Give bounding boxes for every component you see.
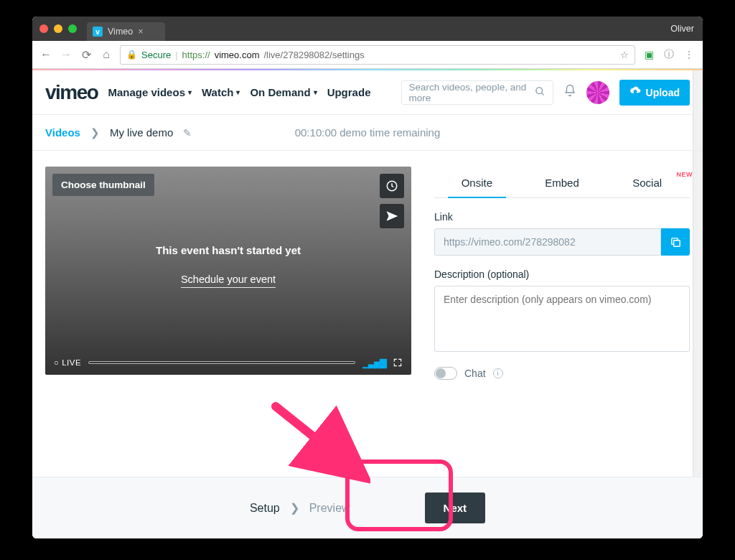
search-placeholder: Search videos, people, and more [409,82,535,103]
page-title: My live demo [110,126,173,139]
chat-label: Chat [464,368,486,379]
extension-icon[interactable]: ▣ [642,49,655,60]
wizard-footer: Setup ❯ Preview Next [32,477,703,538]
close-window-button[interactable] [39,24,48,33]
nav-on-demand[interactable]: On Demand ▾ [250,86,317,98]
step-preview: Preview [309,502,350,515]
search-input[interactable]: Search videos, people, and more [401,80,553,105]
vimeo-header: vimeo Manage videos ▾ Watch ▾ On Demand … [32,70,703,115]
tab-embed[interactable]: Embed [520,169,605,197]
chrome-profile-name[interactable]: Oliver [670,24,694,34]
chevron-down-icon: ▾ [236,88,240,96]
chevron-right-icon: ❯ [90,126,100,139]
schedule-event-link[interactable]: Schedule your event [181,274,276,288]
page-body: vimeo Manage videos ▾ Watch ▾ On Demand … [32,70,703,538]
description-label: Description (optional) [434,269,690,280]
vimeo-logo[interactable]: vimeo [45,81,98,104]
browser-toolbar: ← → ⟳ ⌂ 🔒 Secure | https://vimeo.com/liv… [32,41,703,69]
chevron-right-icon: ❯ [290,501,299,515]
progress-bar[interactable] [88,361,355,364]
url-host: vimeo.com [215,50,260,60]
window-titlebar: v Vimeo × Oliver [32,17,703,41]
settings-tabs: Onsite Embed Social NEW [434,169,690,198]
fullscreen-icon[interactable] [393,358,403,368]
copy-link-button[interactable] [661,228,690,256]
tab-social[interactable]: Social NEW [604,169,690,197]
home-button[interactable]: ⌂ [100,48,113,61]
url-protocol: https:// [182,50,210,60]
chrome-menu-icon[interactable]: ⋮ [683,49,696,60]
svg-line-1 [541,93,543,95]
link-input[interactable] [434,228,661,256]
traffic-lights [39,24,77,33]
browser-window: v Vimeo × Oliver ← → ⟳ ⌂ 🔒 Secure | http… [32,17,703,538]
tab-onsite[interactable]: Onsite [434,169,520,197]
send-icon[interactable] [380,204,404,228]
minimize-window-button[interactable] [54,24,62,33]
link-label: Link [434,211,690,223]
chat-toggle[interactable] [434,367,457,380]
event-not-started-message: This event hasn't started yet [45,244,411,256]
url-path: /live/278298082/settings [263,50,364,60]
step-setup: Setup [250,502,280,515]
maximize-window-button[interactable] [68,24,77,33]
settings-panel: Onsite Embed Social NEW Link Description… [434,167,690,380]
chevron-down-icon: ▾ [188,88,192,96]
page-info-icon[interactable]: ⓘ [663,48,675,61]
video-preview: Choose thumbnail This event hasn't start… [45,167,411,375]
choose-thumbnail-button[interactable]: Choose thumbnail [52,174,154,196]
signal-icon[interactable]: ▁▃▅▇ [362,358,385,368]
nav-manage-videos[interactable]: Manage videos ▾ [108,86,192,98]
forward-button: → [60,48,72,61]
search-icon [535,86,546,99]
chevron-down-icon: ▾ [314,88,317,96]
demo-time-remaining: 00:10:00 demo time remaining [295,126,441,139]
cloud-upload-icon [629,86,641,98]
address-bar[interactable]: 🔒 Secure | https://vimeo.com/live/278298… [120,45,635,65]
vimeo-favicon-icon: v [93,27,103,37]
notifications-icon[interactable] [563,84,576,101]
tab-title: Vimeo [108,27,133,37]
reload-button[interactable]: ⟳ [80,48,93,62]
description-textarea[interactable] [434,286,690,352]
breadcrumb-videos[interactable]: Videos [45,126,80,139]
info-icon[interactable]: i [493,368,503,378]
live-indicator: LIVE [54,358,81,367]
next-button[interactable]: Next [425,493,486,523]
nav-watch[interactable]: Watch ▾ [202,86,240,98]
svg-rect-3 [673,240,680,246]
player-controls: LIVE ▁▃▅▇ [45,350,411,375]
lock-icon: 🔒 [126,50,137,60]
bookmark-star-icon[interactable]: ☆ [620,50,629,60]
browser-tab[interactable]: v Vimeo × [87,22,165,41]
back-button[interactable]: ← [39,48,52,61]
breadcrumb: Videos ❯ My live demo ✎ 00:10:00 demo ti… [32,115,703,151]
edit-title-icon[interactable]: ✎ [183,127,192,139]
secure-label: Secure [141,50,171,60]
upload-button[interactable]: Upload [619,80,690,106]
close-tab-icon[interactable]: × [138,27,143,37]
new-badge: NEW [677,171,693,178]
avatar[interactable] [586,81,609,104]
step-indicator: Setup ❯ Preview [250,501,350,515]
nav-upgrade[interactable]: Upgrade [327,86,371,98]
content-area: Choose thumbnail This event hasn't start… [32,151,703,380]
svg-point-0 [535,87,542,93]
schedule-icon[interactable] [380,174,404,198]
